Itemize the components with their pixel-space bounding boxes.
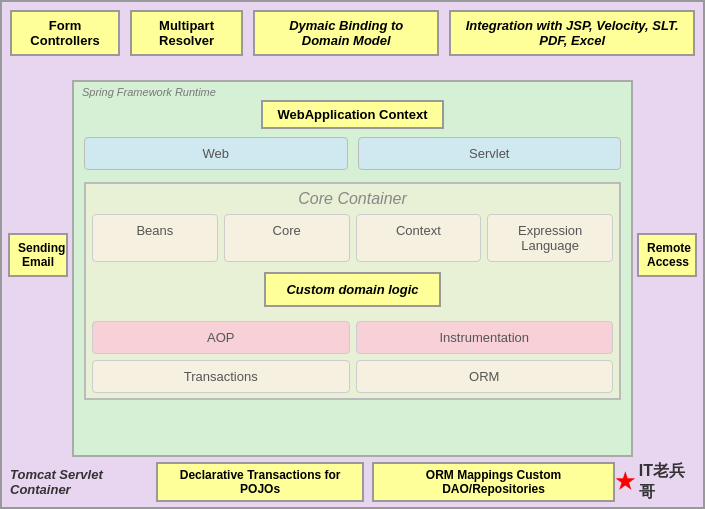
core-box: Core [224,214,350,262]
aop-label: AOP [207,330,234,345]
expression-language-label: Expression Language [518,223,582,253]
star-logo: ★ IT老兵哥 [615,461,695,503]
core-container-area: Core Container Beans Core Context Expres… [84,182,621,400]
aop-row: AOP Instrumentation [92,321,613,354]
servlet-box: Servlet [358,137,622,170]
beans-label: Beans [136,223,173,238]
orm-mappings-box: ORM Mappings Custom DAO/Repositories [372,462,615,502]
beans-box: Beans [92,214,218,262]
core-container-label: Core Container [92,190,613,208]
declarative-transactions-box: Declarative Transactions for POJOs [156,462,364,502]
web-label: Web [203,146,230,161]
instrumentation-label: Instrumentation [439,330,529,345]
orm-label: ORM [469,369,499,384]
orm-mappings-label: ORM Mappings Custom DAO/Repositories [426,468,561,496]
webapp-context-label: WebApplication Context [278,107,428,122]
expression-language-box: Expression Language [487,214,613,262]
trans-row: Transactions ORM [92,360,613,393]
web-servlet-row: Web Servlet [84,137,621,170]
custom-domain-box: Custom domain logic [264,272,440,307]
core-label: Core [273,223,301,238]
tomcat-label: Tomcat Servlet Container [10,467,156,497]
integration-label: Integration with JSP, Velocity, SLT. PDF… [466,18,679,48]
web-box: Web [84,137,348,170]
multipart-resolver-box: Multipart Resolver [130,10,243,56]
sending-email-box: Sending Email [8,233,68,277]
star-text: IT老兵哥 [639,461,695,503]
form-controllers-box: Form Controllers [10,10,120,56]
beans-row: Beans Core Context Expression Language [92,214,613,262]
outer-container: Form Controllers Multipart Resolver Dyma… [0,0,705,509]
declarative-transactions-label: Declarative Transactions for POJOs [180,468,341,496]
dynamic-binding-box: Dymaic Binding to Domain Model [253,10,439,56]
webapp-context-box: WebApplication Context [261,100,445,129]
custom-domain-label: Custom domain logic [286,282,418,297]
top-row: Form Controllers Multipart Resolver Dyma… [10,10,695,56]
context-box: Context [356,214,482,262]
spring-runtime-area: Spring Framework Runtime WebApplication … [72,80,633,457]
star-icon: ★ [615,469,635,495]
multipart-resolver-label: Multipart Resolver [159,18,214,48]
transactions-label: Transactions [184,369,258,384]
orm-box: ORM [356,360,614,393]
context-label: Context [396,223,441,238]
integration-box: Integration with JSP, Velocity, SLT. PDF… [449,10,695,56]
form-controllers-label: Form Controllers [30,18,99,48]
bottom-area: Tomcat Servlet Container Declarative Tra… [10,461,695,503]
custom-domain-wrapper: Custom domain logic [92,268,613,315]
aop-box: AOP [92,321,350,354]
bottom-yellow-boxes: Declarative Transactions for POJOs ORM M… [156,462,615,502]
transactions-box: Transactions [92,360,350,393]
spring-runtime-label: Spring Framework Runtime [82,86,216,98]
dynamic-binding-label: Dymaic Binding to Domain Model [289,18,403,48]
sending-email-label: Sending Email [18,241,65,269]
servlet-label: Servlet [469,146,509,161]
instrumentation-box: Instrumentation [356,321,614,354]
remote-access-box: Remote Access [637,233,697,277]
remote-access-label: Remote Access [647,241,691,269]
